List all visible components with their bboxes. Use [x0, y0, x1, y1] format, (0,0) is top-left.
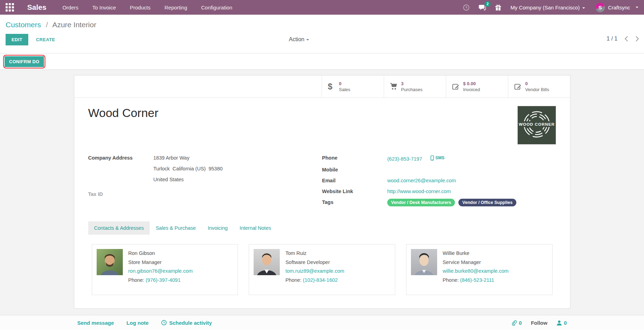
address-city-state-zip: Turlock California (US) 95380 [153, 165, 223, 172]
field-group: Company Address 1839 Arbor Way Turlock C… [88, 154, 556, 210]
messages-icon[interactable]: 2 [479, 4, 486, 11]
contact-card-ron-gibson[interactable]: Ron Gibson Store Manager ron.gibson76@ex… [92, 244, 238, 295]
app-name[interactable]: Sales [27, 3, 46, 12]
action-dropdown[interactable]: Action [289, 36, 309, 43]
contact-phone-link[interactable]: (846)-523-2111 [460, 277, 494, 283]
vendor-bills-stat-button[interactable]: 0 Vendor Bills [508, 75, 570, 97]
user-name: Craftsync [608, 5, 630, 10]
contact-card-tom-ruiz[interactable]: Tom Ruiz Software Developer tom.ruiz89@e… [249, 244, 395, 295]
menu-orders[interactable]: Orders [62, 5, 78, 10]
odoo-window: Sales Orders To Invoice Products Reporti… [0, 0, 644, 330]
main-menu: Orders To Invoice Products Reporting Con… [62, 5, 232, 10]
user-menu[interactable]: S Craftsync [596, 3, 638, 12]
attachments-button[interactable]: 0 [511, 320, 522, 326]
mobile-label: Mobile [322, 166, 387, 173]
create-button[interactable]: CREATE [34, 37, 57, 43]
company-switcher[interactable]: My Company (San Francisco) [510, 5, 585, 10]
sales-stat-button[interactable]: $ 0 Sales [322, 75, 384, 97]
address-street: 1839 Arbor Way [153, 154, 223, 161]
gift-icon[interactable] [495, 4, 501, 11]
field-column-right: Phone (623)-853-7197 SMS [322, 154, 556, 210]
invoiced-stat-button[interactable]: $ 0.00 Invoiced [446, 75, 508, 97]
person-icon [556, 320, 562, 325]
menu-reporting[interactable]: Reporting [164, 5, 187, 10]
navbar-right: 2 My Company (San Francisco) S Craftsync [463, 3, 638, 12]
contact-phone-link[interactable]: (976)-397-4091 [146, 277, 181, 283]
contact-email-link[interactable]: ron.gibson76@example.com [128, 267, 193, 276]
vendor-bills-count: 0 [525, 81, 549, 87]
clock-icon [161, 320, 167, 325]
website-link[interactable]: http://www.wood-corner.com [387, 189, 451, 194]
confirm-do-button[interactable]: CONIFRM DO [5, 56, 44, 67]
log-note-button[interactable]: Log note [127, 320, 149, 326]
contact-photo [254, 249, 280, 275]
pencil-square-icon [514, 83, 525, 90]
contact-name: Tom Ruiz [285, 249, 344, 258]
schedule-activity-button[interactable]: Schedule activity [161, 320, 212, 326]
apps-grid-icon[interactable] [6, 3, 14, 12]
chevron-down-icon [306, 39, 309, 41]
contact-photo [411, 249, 437, 275]
company-address-label: Company Address [88, 154, 153, 187]
contact-phone-label: Phone: [443, 277, 459, 283]
control-panel-buttons: EDIT CREATE Action 1 / 1 [6, 34, 644, 45]
contact-email-link[interactable]: tom.ruiz89@example.com [285, 267, 344, 276]
pager-value[interactable]: 1 / 1 [607, 36, 617, 42]
edit-button[interactable]: EDIT [6, 34, 28, 45]
chevron-down-icon [582, 7, 585, 9]
tab-sales-purchase[interactable]: Sales & Purchase [150, 221, 202, 235]
dollar-icon: $ [328, 82, 339, 91]
tax-id-label: Tax ID [88, 191, 153, 198]
followers-button[interactable]: 0 [556, 320, 567, 326]
contact-phone-label: Phone: [285, 277, 301, 283]
contact-card-willie-burke[interactable]: Willie Burke Service Manager willie.burk… [406, 244, 553, 295]
address-country: United States [153, 176, 223, 183]
website-label: Website Link [322, 188, 387, 195]
contact-card-list: Ron Gibson Store Manager ron.gibson76@ex… [92, 244, 553, 295]
cart-icon [390, 83, 401, 90]
mobile-phone-icon [430, 155, 434, 161]
tag-vendor-desk-manufacturers: Vendor / Desk Manufacturers [387, 199, 455, 206]
activities-clock-icon[interactable] [463, 4, 470, 11]
stat-button-box: $ 0 Sales [74, 75, 570, 98]
contact-name: Ron Gibson [128, 249, 193, 258]
form-view-background: $ 0 Sales [0, 70, 644, 315]
send-message-button[interactable]: Send message [77, 320, 114, 326]
control-panel: Customers / Azure Interior EDIT CREATE A… [0, 15, 644, 53]
contact-email-link[interactable]: willie.burke80@example.com [443, 267, 509, 276]
menu-configuration[interactable]: Configuration [201, 5, 232, 10]
pager: 1 / 1 [607, 36, 639, 42]
chatter-bar: Send message Log note Schedule activity … [0, 315, 644, 330]
sms-button[interactable]: SMS [430, 154, 444, 161]
pager-next-icon[interactable] [635, 36, 639, 42]
phone-label: Phone [322, 154, 387, 162]
breadcrumb-separator: / [46, 21, 48, 29]
contact-phone-link[interactable]: (102)-834-1602 [303, 277, 338, 283]
phone-link[interactable]: (623)-853-7197 [387, 156, 422, 162]
messages-count-badge: 2 [485, 1, 491, 7]
contact-name: Willie Burke [443, 249, 509, 258]
company-address-value: 1839 Arbor Way Turlock California (US) 9… [153, 154, 223, 187]
breadcrumb-customers-link[interactable]: Customers [6, 21, 41, 29]
menu-to-invoice[interactable]: To Invoice [92, 5, 116, 10]
partner-form-sheet: $ 0 Sales [74, 75, 570, 309]
paperclip-icon [511, 320, 517, 326]
user-avatar: S [596, 3, 605, 12]
email-label: Email [322, 177, 387, 184]
tab-contacts-addresses[interactable]: Contacts & Addresses [88, 221, 150, 235]
chevron-down-icon [636, 7, 638, 8]
email-link[interactable]: wood.corner26@example.com [387, 178, 456, 183]
contact-job-title: Service Manager [443, 258, 509, 267]
follow-button[interactable]: Follow [531, 320, 548, 326]
tag-vendor-office-supplies: Vendor / Office Supplies [458, 199, 516, 206]
field-column-left: Company Address 1839 Arbor Way Turlock C… [88, 154, 322, 210]
contact-job-title: Software Developer [285, 258, 344, 267]
tab-invoicing[interactable]: Invoicing [202, 221, 233, 235]
pencil-square-icon [452, 83, 463, 90]
tab-internal-notes[interactable]: Internal Notes [234, 221, 277, 235]
tags-label: Tags [322, 199, 387, 206]
purchases-stat-button[interactable]: 3 Purchases [384, 75, 446, 97]
company-logo-text: WOOD CORNER [519, 122, 555, 126]
menu-products[interactable]: Products [130, 5, 150, 10]
pager-previous-icon[interactable] [624, 36, 628, 42]
